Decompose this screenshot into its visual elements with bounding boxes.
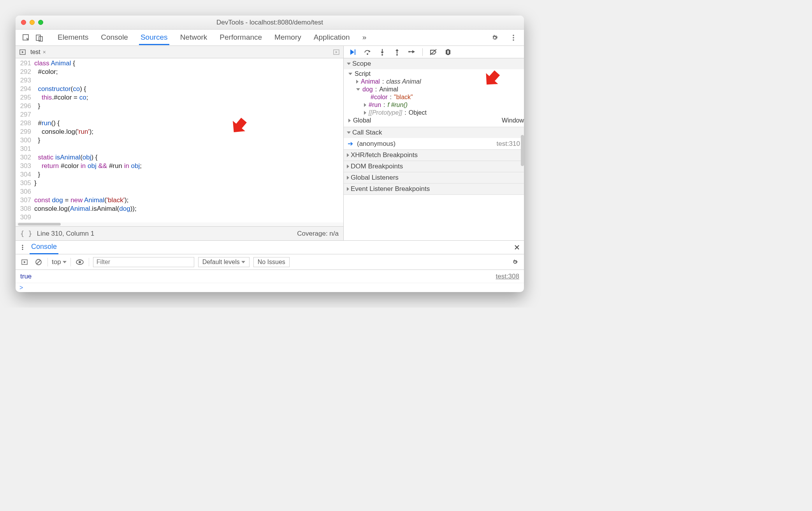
sources-panel: test × 291class Animal {292 #color;29329… [16, 46, 344, 240]
more-tabs-icon[interactable] [332, 47, 341, 57]
window-titlebar: DevTools - localhost:8080/demo/test [16, 16, 524, 30]
console-message[interactable]: true test:308 [16, 270, 524, 283]
close-window-button[interactable] [21, 20, 26, 25]
svg-rect-14 [382, 49, 383, 52]
minimize-window-button[interactable] [30, 20, 35, 25]
svg-point-13 [367, 53, 368, 55]
filter-input[interactable] [93, 257, 194, 267]
step-over-icon[interactable] [363, 48, 372, 56]
debugger-sidebar: Scope Script Animal: class Animal dog: A… [344, 46, 524, 240]
console-drawer-header: Console [16, 240, 524, 254]
svg-marker-32 [24, 261, 26, 263]
console-settings-icon[interactable] [510, 257, 520, 267]
file-tab-bar: test × [16, 46, 343, 58]
device-mode-icon[interactable] [33, 32, 45, 43]
inspect-icon[interactable] [20, 32, 32, 43]
console-toolbar: top Default levels No Issues [16, 254, 524, 270]
svg-marker-12 [369, 50, 371, 52]
file-tab-label: test [30, 49, 40, 56]
svg-marker-21 [412, 50, 415, 53]
scope-property[interactable]: #run: f #run() [344, 101, 524, 109]
context-selector[interactable]: top [52, 258, 67, 266]
scope-section: Scope Script Animal: class Animal dog: A… [344, 58, 524, 127]
svg-rect-11 [355, 49, 355, 55]
main-content: test × 291class Animal {292 #color;29329… [16, 46, 524, 240]
svg-rect-17 [397, 51, 397, 54]
step-out-icon[interactable] [393, 48, 401, 56]
step-into-icon[interactable] [378, 48, 387, 56]
svg-point-28 [22, 248, 23, 250]
step-icon[interactable] [408, 48, 416, 56]
resume-icon[interactable] [348, 48, 357, 56]
svg-marker-10 [350, 49, 354, 55]
tab-elements[interactable]: Elements [56, 30, 90, 45]
tab-network[interactable]: Network [179, 30, 209, 45]
coverage-status: Coverage: n/a [297, 230, 339, 238]
window-controls [21, 20, 43, 25]
svg-marker-18 [395, 49, 399, 51]
log-levels-selector[interactable]: Default levels [198, 257, 250, 267]
console-prompt[interactable]: > [16, 283, 524, 292]
tab-console[interactable]: Console [99, 30, 130, 45]
svg-rect-25 [448, 51, 449, 54]
live-expression-icon[interactable] [75, 257, 85, 267]
tab-performance[interactable]: Performance [218, 30, 264, 45]
vertical-scrollbar[interactable] [520, 58, 524, 240]
svg-point-16 [381, 54, 383, 56]
code-editor[interactable]: 291class Animal {292 #color;293294 const… [16, 58, 343, 222]
scope-variable[interactable]: dog: Animal [344, 86, 524, 93]
debugger-toolbar [344, 46, 524, 58]
tab-memory[interactable]: Memory [273, 30, 303, 45]
console-source-link[interactable]: test:308 [496, 273, 520, 280]
horizontal-scrollbar[interactable] [16, 222, 343, 226]
close-file-tab-icon[interactable]: × [43, 49, 46, 55]
devtools-window: DevTools - localhost:8080/demo/test Elem… [16, 16, 524, 292]
current-frame-icon: ➔ [348, 140, 353, 148]
cursor-position: Line 310, Column 1 [37, 230, 94, 238]
svg-marker-15 [381, 52, 384, 54]
pause-on-exceptions-icon[interactable] [444, 48, 452, 56]
svg-point-4 [513, 37, 514, 38]
svg-point-27 [22, 247, 23, 248]
svg-point-3 [513, 35, 514, 36]
scope-property[interactable]: #color: "black" [344, 93, 524, 101]
window-title: DevTools - localhost:8080/demo/test [16, 19, 524, 26]
pretty-print-icon[interactable]: { } [20, 230, 32, 238]
tab-application[interactable]: Application [312, 30, 352, 45]
settings-icon[interactable] [489, 32, 501, 43]
svg-point-36 [79, 261, 81, 263]
deactivate-breakpoints-icon[interactable] [429, 48, 438, 56]
svg-point-19 [396, 54, 398, 56]
drawer-tab-console[interactable]: Console [30, 240, 58, 254]
issues-button[interactable]: No Issues [253, 257, 290, 267]
drawer-menu-icon[interactable] [19, 244, 26, 250]
callstack-frame[interactable]: ➔ (anonymous) test:310 [344, 138, 524, 149]
svg-marker-7 [22, 51, 24, 53]
svg-point-26 [22, 245, 23, 246]
close-drawer-icon[interactable] [514, 244, 520, 250]
file-tab-test[interactable]: test × [27, 47, 49, 57]
toggle-console-sidebar-icon[interactable] [19, 257, 30, 267]
svg-line-34 [37, 260, 40, 264]
event-listener-breakpoints-header[interactable]: Event Listener Breakpoints [344, 184, 524, 194]
kebab-menu-icon[interactable] [508, 32, 519, 43]
scope-prototype[interactable]: [[Prototype]]: Object [344, 109, 524, 117]
global-listeners-header[interactable]: Global Listeners [344, 172, 524, 183]
scope-global[interactable]: GlobalWindow [344, 117, 524, 124]
toggle-navigator-icon[interactable] [18, 47, 27, 57]
scope-variable[interactable]: Animal: class Animal [344, 78, 524, 86]
zoom-window-button[interactable] [38, 20, 43, 25]
xhr-breakpoints-header[interactable]: XHR/fetch Breakpoints [344, 150, 524, 161]
tab-sources[interactable]: Sources [139, 30, 169, 45]
svg-point-22 [408, 51, 410, 52]
svg-point-5 [513, 39, 514, 41]
editor-status-bar: { } Line 310, Column 1 Coverage: n/a [16, 226, 343, 240]
callstack-header[interactable]: Call Stack [344, 127, 524, 138]
panel-tabs: Elements Console Sources Network Perform… [56, 30, 487, 45]
dom-breakpoints-header[interactable]: DOM Breakpoints [344, 161, 524, 172]
clear-console-icon[interactable] [33, 257, 44, 267]
callstack-section: Call Stack ➔ (anonymous) test:310 [344, 127, 524, 150]
scope-header[interactable]: Scope [344, 58, 524, 69]
tabs-overflow[interactable]: » [361, 30, 368, 45]
svg-rect-24 [447, 51, 448, 54]
